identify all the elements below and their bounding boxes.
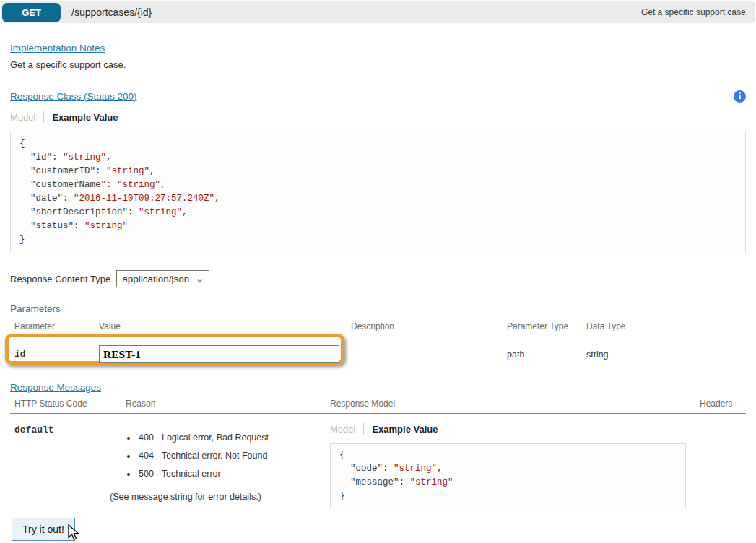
try-it-out-button[interactable]: Try it out! [12,518,75,541]
tab-model[interactable]: Model [10,112,43,123]
endpoint-path: /supportcases/{id} [71,6,152,18]
col-value: Value [99,321,351,331]
id-value-input[interactable]: REST-1 [99,345,339,363]
col-headers: Headers [700,399,750,409]
tab-example-value[interactable]: Example Value [364,424,438,435]
col-response-model: Response Model [330,399,700,409]
status-code-default: default [14,421,126,508]
response-model-tabs: Model Example Value [330,423,700,435]
response-class-tabs: Model Example Value [10,111,746,123]
col-parameter: Parameter [14,321,99,331]
swagger-operation-panel: GET /supportcases/{id} Get a specific su… [1,1,755,542]
parameter-name: id [14,345,99,363]
parameters-link[interactable]: Parameters [10,303,61,314]
parameter-description [351,345,507,363]
response-content-type-select[interactable]: application/json ⌄ [116,270,209,287]
tab-model[interactable]: Model [330,424,363,435]
tab-example-value[interactable]: Example Value [44,112,118,123]
parameters-table-header: Parameter Value Description Parameter Ty… [10,316,746,336]
reason-note: (See message string for error details.) [110,492,330,502]
chevron-down-icon: ⌄ [195,275,204,282]
response-example-code: { "id": "string", "customerID": "string"… [10,131,746,253]
response-content-type-label: Response Content Type [10,274,110,284]
endpoint-summary: Get a specific support case. [641,7,748,17]
implementation-notes-link[interactable]: Implementation Notes [10,43,105,53]
col-http-status-code: HTTP Status Code [14,399,126,409]
id-value-text: REST-1 [103,348,141,361]
response-model-cell: Model Example Value { "code": "string", … [330,421,700,508]
col-data-type: Data Type [586,321,746,331]
parameter-row-id: id REST-1 path string [10,336,746,373]
info-icon[interactable]: i [734,90,746,103]
reason-item: 500 - Technical error [137,469,330,479]
col-description: Description [351,321,507,331]
reason-item: 404 - Technical error, Not Found [137,451,330,461]
col-reason: Reason [126,399,330,409]
response-messages-link[interactable]: Response Messages [10,382,101,393]
response-messages-table-header: HTTP Status Code Reason Response Model H… [10,393,746,414]
col-parameter-type: Parameter Type [507,321,586,331]
implementation-notes-text: Get a specific support case. [10,59,746,70]
operation-body: Implementation Notes Get a specific supp… [1,23,755,541]
error-model-code: { "code": "string", "message": "string"} [330,443,686,508]
parameter-type-value: path [507,345,586,363]
reason-item: 400 - Logical error, Bad Request [137,433,330,443]
response-message-row-default: default 400 - Logical error, Bad Request… [10,414,746,508]
data-type-value: string [586,345,746,363]
endpoint-header-bar[interactable]: GET /supportcases/{id} Get a specific su… [1,1,755,23]
reason-cell: 400 - Logical error, Bad Request 404 - T… [126,421,330,508]
http-method-badge[interactable]: GET [2,3,61,22]
headers-cell [700,421,746,508]
text-caret [142,348,143,360]
response-content-type-value: application/json [122,274,189,284]
reason-list: 400 - Logical error, Bad Request 404 - T… [137,433,330,479]
response-class-link[interactable]: Response Class (Status 200) [10,91,137,102]
